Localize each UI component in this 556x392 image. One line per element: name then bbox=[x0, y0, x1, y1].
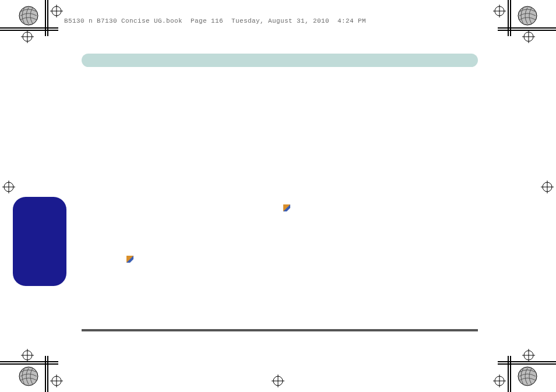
side-tab bbox=[13, 197, 66, 286]
registration-mark-icon bbox=[21, 349, 34, 362]
registration-mark-icon bbox=[522, 349, 535, 362]
registration-mark-icon bbox=[541, 181, 554, 193]
registration-mark-icon bbox=[50, 375, 63, 387]
registration-mark-icon bbox=[2, 181, 15, 193]
page-curl-icon bbox=[126, 256, 133, 263]
content-divider bbox=[82, 329, 478, 331]
section-title-bar bbox=[82, 54, 478, 67]
registration-mark-icon bbox=[522, 30, 535, 43]
print-header-text: B5130 n B7130 Concise UG.book Page 116 T… bbox=[64, 17, 366, 24]
registration-mark-icon bbox=[493, 375, 506, 387]
registration-mark-icon bbox=[50, 5, 63, 17]
page-curl-icon bbox=[283, 204, 290, 211]
registration-mark-icon bbox=[272, 375, 284, 387]
registration-mark-icon bbox=[493, 5, 506, 17]
registration-mark-icon bbox=[21, 30, 34, 43]
